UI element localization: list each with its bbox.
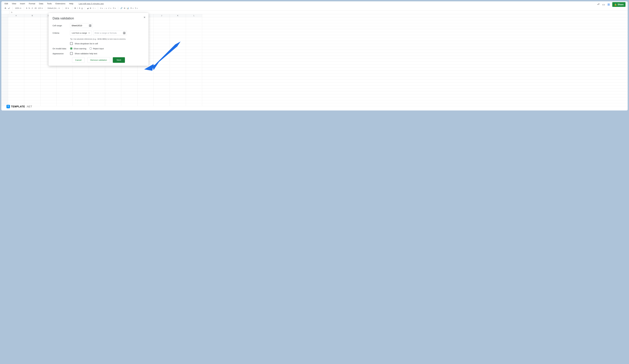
menu-view[interactable]: View	[12, 2, 16, 5]
column-header[interactable]	[1, 14, 8, 17]
criteria-label: Criteria:	[53, 32, 70, 34]
appearance-label: Appearance:	[53, 52, 70, 55]
chevron-down-icon: ▼	[88, 32, 90, 34]
column-header[interactable]: L	[186, 14, 202, 17]
data-validation-dialog: ✕ Data validation Cell range: Criteria: …	[48, 13, 149, 66]
grid-selector-icon[interactable]	[123, 32, 125, 34]
functions-icon[interactable]: Σ ▼	[135, 7, 138, 9]
reject-input-radio[interactable]	[89, 47, 92, 50]
increase-decimal-icon[interactable]: .00	[34, 7, 37, 9]
fx-label: fx	[10, 11, 14, 13]
font-dropdown[interactable]: Default (Ari...▼	[46, 6, 61, 10]
watermark-suffix: .NET	[26, 105, 32, 108]
menu-edit[interactable]: Edit	[4, 2, 8, 5]
strikethrough-button[interactable]: S	[79, 7, 80, 9]
filter-icon[interactable]: ▼ ▼	[130, 7, 134, 9]
show-dropdown-label: Show dropdown list in cell	[75, 42, 98, 45]
criteria-dropdown[interactable]: List from a range ▼	[70, 30, 92, 36]
svg-marker-1	[144, 64, 154, 71]
save-button[interactable]: Save	[113, 57, 125, 63]
app-window: Edit View Insert Format Data Tools Exten…	[1, 1, 628, 111]
percent-button[interactable]: %	[28, 7, 30, 9]
menu-insert[interactable]: Insert	[20, 2, 25, 5]
insert-comment-icon[interactable]: ⊞	[124, 7, 125, 9]
watermark: T TEMPLATE.NET	[6, 105, 32, 108]
insert-chart-icon[interactable]: 📊	[127, 7, 129, 9]
cell-range-label: Cell range:	[53, 24, 70, 27]
criteria-tip: Tip: Use absolute references (e.g. =$A$1…	[70, 38, 145, 40]
paint-format-icon[interactable]: 🖌	[8, 7, 10, 9]
grid-selector-icon[interactable]	[89, 24, 91, 27]
show-warning-radio[interactable]	[70, 47, 72, 50]
close-button[interactable]: ✕	[144, 16, 146, 19]
column-header[interactable]: B	[24, 14, 40, 17]
vertical-align-button[interactable]: ↓ ▼	[104, 7, 107, 9]
text-wrap-button[interactable]: ↵ ▼	[108, 7, 111, 9]
more-formats-dropdown[interactable]: 123 ▼	[38, 7, 43, 9]
font-size-dropdown[interactable]: 10▼	[64, 6, 71, 10]
dialog-title: Data validation	[53, 16, 145, 20]
italic-button[interactable]: I	[77, 7, 78, 9]
comment-icon[interactable]: ▭	[602, 3, 605, 6]
fill-color-button[interactable]: ◢	[87, 7, 88, 9]
insert-link-icon[interactable]: 🔗	[120, 7, 123, 9]
show-help-label: Show validation help text:	[75, 52, 98, 55]
cell-range-input[interactable]	[72, 24, 88, 27]
criteria-range-placeholder: Enter a range or formula	[95, 32, 117, 34]
svg-marker-0	[144, 41, 180, 70]
print-icon[interactable]: 🖶	[4, 7, 6, 9]
column-header[interactable]: J	[154, 14, 170, 17]
top-right-actions: ↶ ▭ ⊞ 🔒Share	[597, 2, 626, 7]
decrease-decimal-icon[interactable]: .0	[31, 7, 33, 9]
watermark-badge: T	[6, 105, 10, 108]
merge-cells-button[interactable]: ⊟ ▼	[93, 7, 96, 9]
show-warning-label: Show warning	[74, 47, 86, 50]
text-rotation-button[interactable]: ⟲ ▼	[113, 7, 116, 9]
menu-data[interactable]: Data	[39, 2, 43, 5]
bold-button[interactable]: B	[75, 7, 76, 9]
text-color-button[interactable]: A	[82, 7, 83, 9]
meet-icon[interactable]: ⊞	[608, 3, 610, 6]
annotation-arrow	[143, 40, 183, 73]
zoom-dropdown[interactable]: 100%▼	[14, 6, 22, 10]
cancel-button[interactable]: Cancel	[72, 57, 85, 63]
horizontal-align-button[interactable]: ≡ ▼	[100, 7, 103, 9]
on-invalid-label: On invalid data:	[53, 47, 70, 50]
watermark-brand: TEMPLATE	[11, 105, 25, 108]
cell-range-field[interactable]	[70, 23, 93, 28]
last-edit-link[interactable]: Last edit was 5 minutes ago	[79, 2, 104, 5]
show-dropdown-checkbox[interactable]	[70, 42, 73, 45]
menu-extensions[interactable]: Extensions	[55, 2, 65, 5]
toolbar: 🖶 🖌 100%▼ $ % .0 .00 123 ▼ Default (Ari.…	[1, 6, 628, 11]
currency-button[interactable]: $	[26, 7, 27, 9]
menu-bar: Edit View Insert Format Data Tools Exten…	[1, 1, 628, 6]
show-help-checkbox[interactable]	[70, 52, 73, 55]
reject-input-label: Reject input	[93, 47, 104, 50]
criteria-range-field[interactable]: Enter a range or formula	[93, 31, 127, 35]
menu-help[interactable]: Help	[69, 2, 73, 5]
column-header[interactable]: A	[8, 14, 24, 17]
share-button[interactable]: 🔒Share	[612, 2, 626, 7]
column-header[interactable]: K	[170, 14, 186, 17]
name-box[interactable]	[1, 11, 10, 14]
lock-icon: 🔒	[614, 3, 617, 6]
borders-button[interactable]: ⊞	[90, 7, 91, 9]
remove-validation-button[interactable]: Remove validation	[87, 57, 110, 63]
menu-format[interactable]: Format	[29, 2, 35, 5]
history-icon[interactable]: ↶	[597, 3, 600, 6]
menu-tools[interactable]: Tools	[47, 2, 52, 5]
